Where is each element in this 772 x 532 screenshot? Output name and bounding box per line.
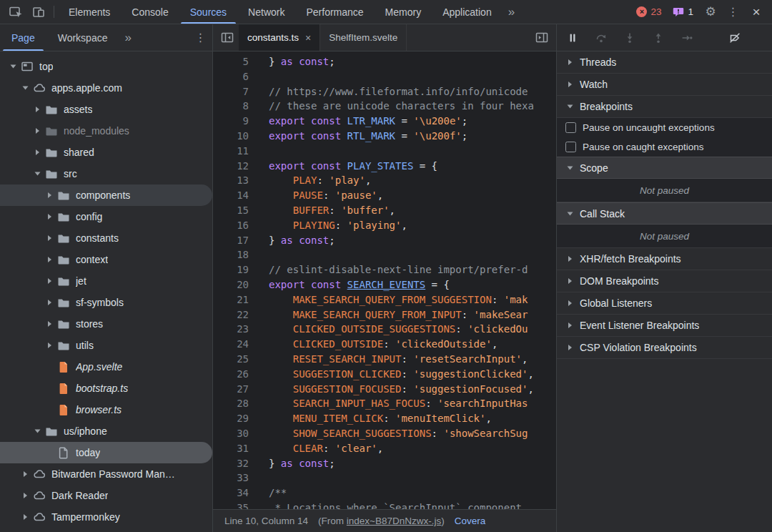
- line-content[interactable]: export const SEARCH_EVENTS = {: [249, 277, 556, 292]
- tree-item-components[interactable]: components: [0, 184, 212, 206]
- checkbox-pause-on-uncaught-exceptions[interactable]: [565, 122, 576, 133]
- tree-item-stores[interactable]: stores: [0, 313, 212, 335]
- navigator-kebab-menu-icon[interactable]: ⋮: [189, 24, 212, 51]
- line-number[interactable]: 16: [213, 218, 249, 233]
- line-number[interactable]: 5: [213, 54, 249, 69]
- navigator-more-tabs-icon[interactable]: »: [119, 24, 137, 51]
- line-content[interactable]: export const PLAY_STATES = {: [249, 159, 556, 174]
- line-content[interactable]: CLICKED_OUTSIDE: 'clickedOutside',: [249, 337, 556, 352]
- checkbox-row-pause-on-caught-exceptions[interactable]: Pause on caught exceptions: [557, 137, 772, 157]
- chevron-collapsed-icon[interactable]: [44, 297, 55, 308]
- tree-item-jet[interactable]: jet: [0, 270, 212, 292]
- chevron-collapsed-icon[interactable]: [564, 56, 575, 68]
- line-number[interactable]: 27: [213, 382, 249, 397]
- checkbox-pause-on-caught-exceptions[interactable]: [565, 142, 576, 152]
- source-map-link[interactable]: index~B87DnNzwx-.js: [347, 516, 441, 526]
- chevron-expanded-icon[interactable]: [564, 162, 575, 174]
- chevron-collapsed-icon[interactable]: [31, 104, 43, 115]
- line-number[interactable]: 23: [213, 322, 249, 337]
- editor-tab-constants-ts[interactable]: constants.ts×: [239, 24, 320, 51]
- line-content[interactable]: export const LTR_MARK = '\u200e';: [249, 114, 556, 129]
- chevron-expanded-icon[interactable]: [31, 168, 43, 179]
- line-number[interactable]: 15: [213, 203, 249, 218]
- tree-item-utils[interactable]: utils: [0, 335, 212, 356]
- tree-item-apps-apple-com[interactable]: apps.apple.com: [0, 77, 212, 99]
- tree-item-top[interactable]: top: [0, 56, 212, 77]
- line-number[interactable]: 20: [213, 277, 249, 292]
- section-xhr-fetch-breakpoints[interactable]: XHR/fetch Breakpoints: [557, 248, 772, 270]
- chevron-collapsed-icon[interactable]: [44, 211, 55, 222]
- line-content[interactable]: SEARCH_INPUT_HAS_FOCUS: 'searchInputHas: [249, 396, 556, 411]
- line-number[interactable]: 24: [213, 337, 249, 352]
- line-content[interactable]: BUFFER: 'buffer',: [249, 203, 556, 218]
- line-number[interactable]: 29: [213, 411, 249, 426]
- tree-item-us-iphone[interactable]: us/iphone: [0, 420, 212, 442]
- chevron-collapsed-icon[interactable]: [19, 511, 31, 523]
- tree-item-bitwarden-password-man[interactable]: Bitwarden Password Man…: [0, 463, 212, 485]
- line-content[interactable]: [249, 247, 556, 262]
- sidebar-tab-page[interactable]: Page: [0, 24, 46, 51]
- chevron-collapsed-icon[interactable]: [44, 275, 55, 287]
- section-threads[interactable]: Threads: [557, 51, 772, 74]
- tree-item-context[interactable]: context: [0, 249, 212, 270]
- line-content[interactable]: CLICKED_OUTSIDE_SUGGESTIONS: 'clickedOu: [249, 322, 556, 337]
- chevron-expanded-icon[interactable]: [31, 425, 43, 437]
- deactivate-breakpoints-icon[interactable]: [726, 29, 743, 46]
- line-content[interactable]: [249, 69, 556, 84]
- pause-icon[interactable]: [564, 29, 581, 46]
- line-number[interactable]: 19: [213, 262, 249, 277]
- tree-item-app-svelte[interactable]: App.svelte: [0, 356, 212, 378]
- tree-item-constants[interactable]: constants: [0, 227, 212, 249]
- tree-item-tampermonkey[interactable]: Tampermonkey: [0, 506, 212, 528]
- kebab-menu-icon[interactable]: ⋮: [722, 0, 745, 24]
- line-number[interactable]: 14: [213, 188, 249, 203]
- line-number[interactable]: 9: [213, 114, 249, 129]
- section-watch[interactable]: Watch: [557, 74, 772, 96]
- chevron-expanded-icon[interactable]: [19, 82, 31, 94]
- chevron-collapsed-icon[interactable]: [31, 147, 43, 158]
- chevron-collapsed-icon[interactable]: [19, 490, 31, 501]
- line-number[interactable]: 31: [213, 441, 249, 456]
- line-number[interactable]: 30: [213, 426, 249, 441]
- step-out-icon[interactable]: [650, 29, 667, 46]
- chevron-collapsed-icon[interactable]: [31, 125, 43, 137]
- line-content[interactable]: [249, 144, 556, 159]
- close-icon[interactable]: ×: [745, 0, 768, 24]
- line-content[interactable]: SHOW_SEARCH_SUGGESTIONS: 'showSearchSug: [249, 426, 556, 441]
- chevron-collapsed-icon[interactable]: [564, 275, 575, 287]
- chevron-collapsed-icon[interactable]: [19, 468, 31, 480]
- sidebar-tab-workspace[interactable]: Workspace: [46, 24, 119, 51]
- chevron-collapsed-icon[interactable]: [564, 253, 575, 265]
- device-toolbar-icon[interactable]: [27, 0, 50, 24]
- line-content[interactable]: [249, 471, 556, 486]
- tree-item-src[interactable]: src: [0, 163, 212, 184]
- line-number[interactable]: 21: [213, 292, 249, 307]
- tree-item-config[interactable]: config: [0, 206, 212, 227]
- tree-item-dark-reader[interactable]: Dark Reader: [0, 485, 212, 506]
- line-number[interactable]: 32: [213, 456, 249, 471]
- checkbox-row-pause-on-uncaught-exceptions[interactable]: Pause on uncaught exceptions: [557, 118, 772, 137]
- line-content[interactable]: } as const;: [249, 456, 556, 471]
- toggle-debugger-sidebar-icon[interactable]: [530, 24, 553, 51]
- chevron-expanded-icon[interactable]: [7, 61, 19, 72]
- more-tabs-icon[interactable]: »: [503, 0, 520, 24]
- chevron-collapsed-icon[interactable]: [44, 189, 55, 201]
- line-content[interactable]: SUGGESTION_FOCUSED: 'suggestionFocused',: [249, 382, 556, 397]
- tab-sources[interactable]: Sources: [179, 0, 237, 24]
- tab-performance[interactable]: Performance: [295, 0, 374, 24]
- line-content[interactable]: PLAYING: 'playing',: [249, 218, 556, 233]
- line-number[interactable]: 8: [213, 99, 249, 114]
- line-number[interactable]: 12: [213, 159, 249, 174]
- tab-application[interactable]: Application: [432, 0, 503, 24]
- code-editor[interactable]: 5} as const;67// https://www.fileformat.…: [213, 51, 556, 509]
- editor-tab-shelfitem-svelte[interactable]: ShelfItem.svelte: [320, 24, 407, 51]
- line-content[interactable]: PAUSE: 'pause',: [249, 188, 556, 203]
- line-number[interactable]: 25: [213, 352, 249, 367]
- section-dom-breakpoints[interactable]: DOM Breakpoints: [557, 270, 772, 292]
- tree-item-node-modules[interactable]: node_modules: [0, 120, 212, 142]
- coverage-link[interactable]: Covera: [455, 516, 486, 526]
- line-content[interactable]: SUGGESTION_CLICKED: 'suggestionClicked',: [249, 367, 556, 382]
- line-number[interactable]: 28: [213, 396, 249, 411]
- line-number[interactable]: 33: [213, 471, 249, 486]
- line-content[interactable]: RESET_SEARCH_INPUT: 'resetSearchInput',: [249, 352, 556, 367]
